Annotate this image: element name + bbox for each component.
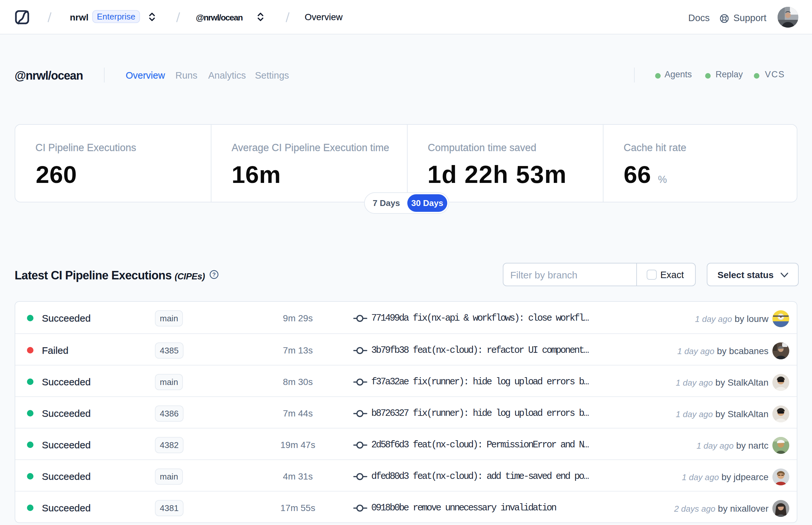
svg-text:?: ? [212,272,216,278]
